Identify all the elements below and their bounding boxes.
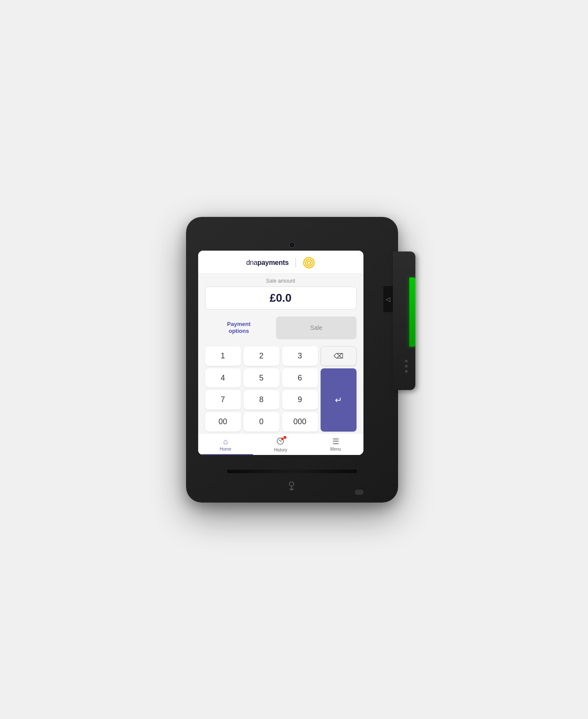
bottom-brand-mark: [286, 480, 296, 493]
nav-item-history[interactable]: History: [253, 434, 308, 455]
key-2[interactable]: 2: [244, 346, 280, 366]
sale-section: Sale amount £0.0: [198, 274, 363, 313]
side-dots: [405, 360, 408, 373]
nav-history-label: History: [274, 448, 287, 452]
receipt-slot: [227, 470, 357, 473]
svg-point-2: [308, 261, 310, 264]
key-4[interactable]: 4: [205, 368, 241, 388]
bottom-navigation: ⌂ Home History: [198, 433, 363, 455]
home-icon: ⌂: [223, 438, 228, 445]
app-header: dnapayments: [198, 251, 363, 274]
screen-content: dnapayments Sale amount: [198, 251, 363, 455]
green-indicator-strip: [409, 277, 415, 347]
bottom-screw: [355, 490, 363, 495]
device-screen: dnapayments Sale amount: [198, 251, 363, 455]
card-reader-attachment: [393, 251, 415, 390]
key-backspace[interactable]: ⌫: [321, 346, 357, 366]
key-1[interactable]: 1: [205, 346, 241, 366]
logo-text: dnapayments: [246, 259, 289, 267]
device-scene: dnapayments Sale amount: [173, 200, 415, 520]
logo-divider: [296, 258, 296, 268]
key-00[interactable]: 00: [205, 412, 241, 432]
key-5[interactable]: 5: [244, 368, 280, 388]
payment-options-row: Payment options Sale: [198, 313, 363, 343]
amount-value: £0.0: [270, 291, 292, 304]
nav-active-indicator: [198, 454, 253, 455]
history-badge: [283, 436, 286, 439]
key-6[interactable]: 6: [282, 368, 318, 388]
key-7[interactable]: 7: [205, 390, 241, 409]
svg-point-5: [289, 482, 293, 486]
nav-item-home[interactable]: ⌂ Home: [198, 434, 253, 455]
sale-label: Sale amount: [205, 278, 357, 284]
amount-display: £0.0: [205, 287, 357, 310]
logo-area: dnapayments: [246, 257, 315, 269]
brand-logo-icon: [303, 257, 315, 269]
nav-home-label: Home: [220, 447, 231, 451]
key-0[interactable]: 0: [244, 412, 280, 432]
card-insert-icon: ◁: [386, 296, 390, 303]
nav-item-menu[interactable]: ☰ Menu: [308, 434, 363, 455]
nav-menu-label: Menu: [330, 447, 341, 451]
payment-options-button[interactable]: Payment options: [205, 316, 273, 340]
menu-icon: ☰: [332, 438, 339, 445]
history-icon: [276, 437, 284, 446]
key-000[interactable]: 000: [282, 412, 318, 432]
device-body: dnapayments Sale amount: [186, 217, 398, 503]
keypad: 1 2 3 ⌫ 4 5 6 ↵ 7 8 9 00 0 000: [198, 343, 363, 433]
sale-button[interactable]: Sale: [276, 316, 356, 340]
key-enter[interactable]: ↵: [321, 368, 357, 432]
key-3[interactable]: 3: [282, 346, 318, 366]
camera-icon: [289, 242, 295, 248]
key-8[interactable]: 8: [244, 390, 280, 409]
card-slot: ◁: [383, 286, 393, 312]
key-9[interactable]: 9: [282, 390, 318, 409]
